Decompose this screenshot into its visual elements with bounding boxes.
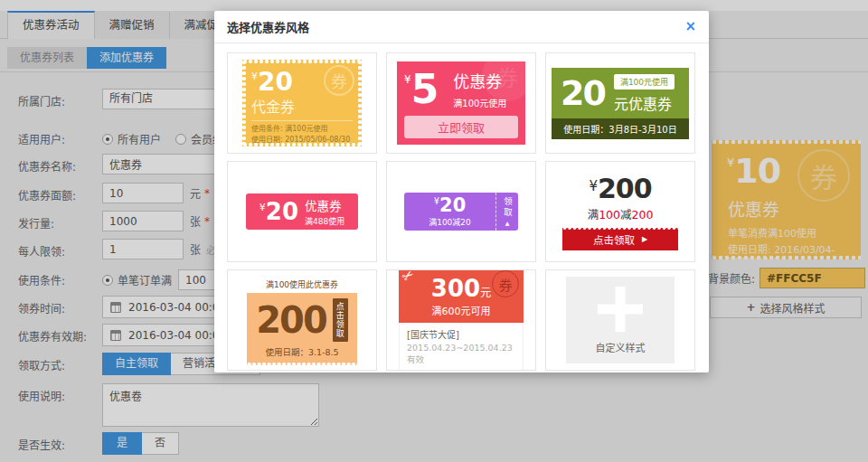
coupon-pink: 券 ¥5 优惠券 满100元使用 立即领取 bbox=[397, 61, 525, 145]
perforation-bottom bbox=[247, 362, 357, 365]
coupon-amount: 20 bbox=[266, 198, 298, 225]
coupon-white-red: ¥200 满100减200 点击领取 ▶ bbox=[562, 173, 678, 250]
coupon-style-card-4[interactable]: ¥20 优惠券 满488使用 bbox=[227, 161, 377, 262]
coupon-green: 20 满100元使用 元优惠券 使用日期：3月8日-3月10日 bbox=[552, 68, 689, 139]
coupon-condition: 满600元可用 bbox=[399, 303, 524, 317]
perforation-right bbox=[357, 60, 362, 146]
coupon-orange: 满100使用此优惠券 200 点击领取 使用日期：3.1-8.5 bbox=[247, 276, 357, 365]
coupon-style-card-2[interactable]: 券 ¥5 优惠券 满100元使用 立即领取 bbox=[386, 52, 536, 154]
coupon-purple-banner: ¥20 满100减20 领取 ▲ bbox=[404, 193, 518, 231]
claim-label: 领取 bbox=[501, 197, 514, 218]
perforation-top bbox=[242, 60, 362, 64]
coupon-style-card-1[interactable]: 券 ¥20 代金券 使用条件: 满100元使用 使用日期: 2015/05/06… bbox=[227, 52, 377, 154]
coupon-condition: 满100减20 bbox=[429, 216, 471, 228]
triangle-up-icon: ▲ bbox=[505, 220, 510, 226]
coupon-amount: 20 bbox=[258, 67, 293, 97]
coupon-name: 代金券 bbox=[251, 95, 353, 117]
custom-style-label: 自定义样式 bbox=[596, 340, 646, 354]
coupon-amount: 20 bbox=[439, 194, 466, 216]
wave-edge bbox=[400, 369, 523, 371]
click-claim-label: 点击领取 bbox=[593, 232, 635, 247]
currency-symbol: ¥ bbox=[404, 73, 411, 86]
close-icon[interactable]: × bbox=[684, 20, 696, 33]
coupon-condition-pill: 满100元使用 bbox=[614, 74, 675, 90]
perforation-bottom bbox=[242, 142, 362, 146]
coupon-date-bar: 使用日期：3月8日-3月10日 bbox=[552, 118, 689, 139]
coupon-name: 优惠券 bbox=[305, 196, 344, 214]
coupon-style-card-custom[interactable]: 自定义样式 bbox=[545, 269, 695, 371]
coupon-style-grid: 券 ¥20 代金券 使用条件: 满100元使用 使用日期: 2015/05/06… bbox=[214, 43, 709, 380]
coupon-style-card-5[interactable]: ¥20 满100减20 领取 ▲ bbox=[386, 161, 536, 262]
coupon-stamp-icon: 券 bbox=[492, 270, 519, 297]
click-claim-button[interactable]: 点击领取 bbox=[333, 298, 348, 342]
coupon-amount: 200 bbox=[256, 302, 326, 338]
currency-symbol: ¥ bbox=[589, 178, 598, 194]
coupon-style-card-8[interactable]: ✂ 券 300元 满600元可用 [国庆节大促] 2015.04.23~2015… bbox=[386, 269, 536, 371]
coupon-validity: 2015.04.23~2015.04.23有效 bbox=[407, 343, 515, 365]
coupon-campaign-tag: [国庆节大促] bbox=[407, 327, 515, 341]
coupon-pink-banner: ¥20 优惠券 满488使用 bbox=[246, 193, 358, 230]
claim-now-button[interactable]: 立即领取 bbox=[404, 116, 518, 138]
coupon-red-white: ✂ 券 300元 满600元可用 [国庆节大促] 2015.04.23~2015… bbox=[399, 269, 524, 371]
coupon-name: 元优惠券 bbox=[614, 92, 675, 114]
modal-title: 选择优惠券风格 bbox=[227, 18, 309, 35]
coupon-condition: 使用条件: 满100元使用 bbox=[251, 124, 353, 135]
coupon-style-card-6[interactable]: ¥200 满100减200 点击领取 ▶ bbox=[545, 161, 695, 262]
coupon-unit: 元 bbox=[480, 287, 491, 299]
coupon-style-modal: 选择优惠券风格 × 券 ¥20 代金券 使用条件: 满100元使用 使用日期: … bbox=[214, 11, 709, 372]
coupon-yellow-stamp: 券 ¥20 代金券 使用条件: 满100元使用 使用日期: 2015/05/06… bbox=[242, 60, 362, 146]
coupon-condition: 满100减200 bbox=[562, 205, 678, 222]
coupon-admin-page: 优惠券活动 满赠促销 满减促销 折扣促销 优惠券列表 添加优惠券 所属门店: 所… bbox=[0, 0, 868, 462]
coupon-style-card-3[interactable]: 20 满100元使用 元优惠券 使用日期：3月8日-3月10日 bbox=[545, 52, 695, 154]
currency-symbol: ¥ bbox=[259, 202, 266, 213]
triangle-right-icon: ▶ bbox=[642, 235, 647, 243]
claim-tab[interactable]: 领取 ▲ bbox=[495, 193, 518, 231]
perforation-left bbox=[242, 60, 247, 146]
coupon-amount: 5 bbox=[411, 66, 439, 112]
coupon-stamp-icon: 券 bbox=[324, 65, 354, 96]
coupon-condition: 满488使用 bbox=[305, 215, 344, 227]
currency-symbol: ¥ bbox=[251, 71, 258, 82]
coupon-condition: 满100使用此优惠券 bbox=[247, 276, 357, 293]
perforation-top bbox=[562, 228, 678, 231]
coupon-style-card-7[interactable]: 满100使用此优惠券 200 点击领取 使用日期：3.1-8.5 bbox=[227, 269, 377, 371]
custom-style-box: 自定义样式 bbox=[566, 277, 675, 363]
click-claim-button[interactable]: 点击领取 ▶ bbox=[562, 228, 678, 250]
coupon-amount: 200 bbox=[598, 173, 652, 204]
modal-header: 选择优惠券风格 × bbox=[214, 11, 709, 43]
plus-icon bbox=[598, 287, 643, 332]
coupon-amount: 300 bbox=[431, 275, 480, 302]
coupon-amount: 20 bbox=[561, 73, 605, 113]
